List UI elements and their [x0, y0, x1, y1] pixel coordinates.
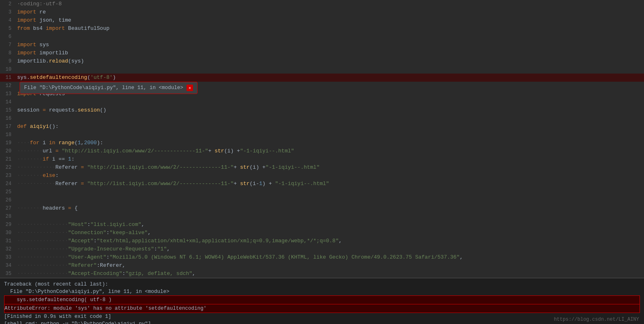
code-line-3: 3 import re [0, 8, 644, 16]
footer-url: https://blog.csdn.net/LI_AINY [554, 317, 639, 322]
code-line-14: 14 [0, 98, 644, 106]
code-line-21: 21 ········if i == 1: [0, 155, 644, 163]
code-line-6: 6 [0, 33, 644, 41]
code-line-22: 22 ············Referer = "http://list.iq… [0, 163, 644, 172]
code-line-2: 2 ·coding:·utf-8 [0, 0, 644, 8]
code-line-26: 26 [0, 196, 644, 204]
editor-area: 2 ·coding:·utf-8 3 import re 4 import js… [0, 0, 644, 278]
code-line-19: 19 ····for i in range(1,2000): [0, 139, 644, 147]
code-line-7: 7 import sys [0, 41, 644, 49]
code-line-32: 32 ················"Upgrade-Insecure-Req… [0, 245, 644, 253]
code-line-23: 23 ········else: [0, 172, 644, 180]
code-line-17: 17 def aiqiyi(): [0, 123, 644, 131]
error-close-button[interactable]: × [187, 85, 193, 91]
code-line-29: 29 ················"Host":"list.iqiyi.co… [0, 221, 644, 229]
code-line-9: 9 importlib.reload(sys) [0, 57, 644, 65]
code-line-16: 16 [0, 114, 644, 123]
terminal-line-2: File "D:\PythonCode\aiqiyi.py", line 11,… [4, 288, 640, 295]
code-line-24: 24 ············Referer = "http://list.iq… [0, 180, 644, 188]
code-line-20: 20 ········url = "http://list.iqiyi.com/… [0, 147, 644, 155]
code-line-11: 11 sys.setdefaultencoding('utf-8') File … [0, 74, 644, 82]
terminal-line-1: Traceback (most recent call last): [4, 281, 640, 288]
terminal-line-4: AttributeError: module 'sys' has no attr… [4, 304, 640, 313]
code-line-8: 8 import importlib [0, 49, 644, 57]
code-line-33: 33 ················"User-Agent":"Mozilla… [0, 253, 644, 261]
code-line-4: 4 import json, time [0, 16, 644, 25]
code-line-35: 35 ················"Accept-Encoding":"gz… [0, 270, 644, 278]
terminal-line-5: [Finished in 0.9s with exit code 1] [4, 313, 640, 320]
code-line-28: 28 [0, 212, 644, 221]
inline-error-tooltip: File "D:\PythonCode\aiqiyi.py", line 11,… [20, 82, 198, 94]
terminal-line-3: sys.setdefaultencoding( utf-8 ) [4, 295, 640, 304]
code-line-10: 10 [0, 65, 644, 74]
code-line-31: 31 ················"Accept":"text/html,a… [0, 237, 644, 245]
terminal-area: Traceback (most recent call last): File … [0, 278, 644, 324]
error-tooltip-text: File "D:\PythonCode\aiqiyi.py", line 11,… [24, 84, 183, 92]
code-line-34: 34 ················"Referer":Referer, [0, 261, 644, 270]
code-line-15: 15 session = requests.session() [0, 106, 644, 114]
code-line-27: 27 ········headers = { [0, 204, 644, 212]
code-line-5: 5 from bs4 import BeautifulSoup [0, 25, 644, 33]
code-line-18: 18 [0, 131, 644, 139]
code-line-25: 25 [0, 188, 644, 196]
terminal-line-6: [shell_cmd: python -u "D:\PythonCode\aiq… [4, 320, 640, 324]
code-line-30: 30 ················"Connection":"keep-al… [0, 229, 644, 237]
